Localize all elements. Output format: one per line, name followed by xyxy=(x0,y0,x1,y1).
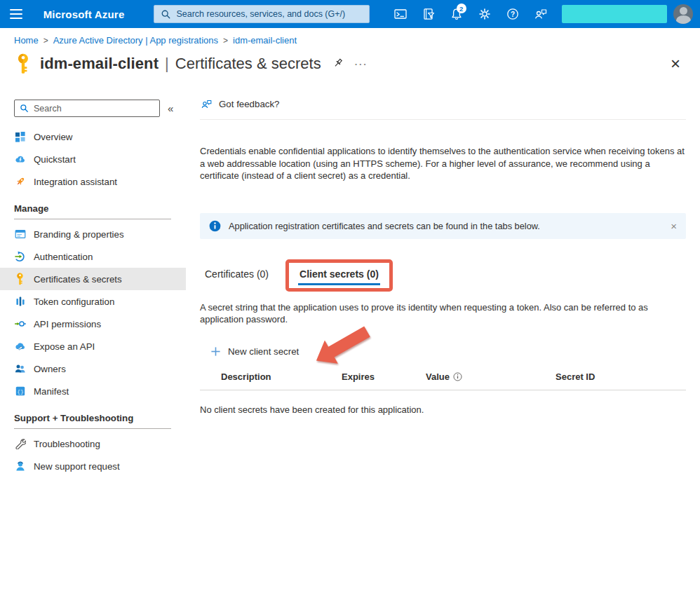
top-bar-actions: 2 ? xyxy=(386,0,555,28)
breadcrumb-current-app[interactable]: idm-email-client xyxy=(233,35,297,46)
sidebar-collapse-button[interactable]: « xyxy=(168,102,173,114)
feedback-icon xyxy=(534,7,548,21)
cloud-shell-button[interactable] xyxy=(386,0,415,28)
brand-title[interactable]: Microsoft Azure xyxy=(43,8,125,20)
sidebar-item-token-configuration[interactable]: Token configuration xyxy=(0,290,186,313)
got-feedback-link[interactable]: Got feedback? xyxy=(219,99,280,109)
column-header-description[interactable]: Description xyxy=(221,371,342,382)
sidebar-item-manifest[interactable]: {} Manifest xyxy=(0,380,186,402)
tabs: Certificates (0) Client secrets (0) xyxy=(200,259,686,292)
client-secret-description: A secret string that the application use… xyxy=(200,301,686,326)
breadcrumb-separator: > xyxy=(43,36,48,46)
tab-client-secrets[interactable]: Client secrets (0) xyxy=(298,268,380,288)
sidebar-item-api-permissions[interactable]: API permissions xyxy=(0,313,186,335)
content-area: « Overview xyxy=(0,84,700,614)
sidebar-item-label: Integration assistant xyxy=(34,177,117,187)
hamburger-menu-button[interactable] xyxy=(0,0,32,28)
sidebar-item-label: Manifest xyxy=(34,386,69,397)
sidebar-item-label: Authentication xyxy=(34,252,93,262)
pin-button[interactable] xyxy=(332,58,344,69)
global-search-input[interactable] xyxy=(176,9,362,19)
column-header-value[interactable]: Value xyxy=(426,371,450,382)
notification-count-badge: 2 xyxy=(457,4,466,13)
wrench-icon xyxy=(14,438,26,449)
new-client-secret-label[interactable]: New client secret xyxy=(228,346,299,357)
svg-text:{}: {} xyxy=(17,388,24,395)
rocket-icon xyxy=(14,176,26,187)
avatar-person-icon xyxy=(680,7,687,15)
banner-close-icon[interactable]: × xyxy=(671,220,677,231)
sidebar-item-label: Token configuration xyxy=(34,296,114,307)
manifest-icon: {} xyxy=(14,386,26,397)
search-icon xyxy=(161,9,171,20)
sidebar-search[interactable] xyxy=(14,100,160,117)
sidebar-item-label: New support request xyxy=(34,461,120,472)
global-search[interactable] xyxy=(154,5,369,23)
close-page-button[interactable]: × xyxy=(671,55,680,72)
sidebar-item-owners[interactable]: Owners xyxy=(0,357,186,380)
gear-icon xyxy=(478,7,492,21)
sidebar-item-label: API permissions xyxy=(34,319,101,329)
column-header-secret-id[interactable]: Secret ID xyxy=(556,371,686,382)
sidebar-search-input[interactable] xyxy=(34,104,154,114)
owners-people-icon xyxy=(14,363,26,374)
sidebar-item-integration-assistant[interactable]: Integration assistant xyxy=(0,170,186,193)
feedback-button[interactable] xyxy=(527,0,555,28)
sidebar-item-label: Quickstart xyxy=(34,154,76,165)
token-bars-icon xyxy=(14,296,26,307)
help-button[interactable]: ? xyxy=(499,0,527,28)
breadcrumb-separator: > xyxy=(223,36,228,46)
hamburger-icon xyxy=(10,9,22,19)
info-icon xyxy=(209,220,221,232)
sidebar-item-troubleshooting[interactable]: Troubleshooting xyxy=(0,432,186,455)
sidebar-item-authentication[interactable]: Authentication xyxy=(0,245,186,268)
azure-portal: Microsoft Azure xyxy=(0,0,700,614)
sidebar-item-label: Expose an API xyxy=(34,341,95,352)
new-client-secret-command[interactable]: New client secret xyxy=(200,344,686,360)
credentials-intro-text: Credentials enable confidential applicat… xyxy=(200,145,686,182)
page-title-separator: | xyxy=(165,55,169,73)
page-title-bar: idm-email-client | Certificates & secret… xyxy=(0,47,700,84)
key-icon xyxy=(15,53,31,74)
main-panel: Got feedback? Credentials enable confide… xyxy=(186,84,700,614)
settings-button[interactable] xyxy=(471,0,499,28)
sidebar-item-quickstart[interactable]: Quickstart xyxy=(0,148,186,170)
notifications-button[interactable]: 2 xyxy=(443,0,471,28)
empty-table-message: No client secrets have been created for … xyxy=(200,404,686,415)
breadcrumb-home[interactable]: Home xyxy=(14,35,39,46)
column-header-expires[interactable]: Expires xyxy=(342,371,426,382)
help-icon: ? xyxy=(506,7,520,21)
support-person-icon xyxy=(14,460,26,472)
sidebar-item-expose-an-api[interactable]: Expose an API xyxy=(0,335,186,357)
sidebar-item-label: Overview xyxy=(34,132,72,142)
browser-window-icon xyxy=(14,228,26,240)
sidebar-item-overview[interactable]: Overview xyxy=(0,125,186,148)
tab-certificates[interactable]: Certificates (0) xyxy=(200,259,270,292)
api-permissions-icon xyxy=(14,318,26,329)
sidebar: « Overview xyxy=(0,84,186,614)
breadcrumb: Home > Azure Active Directory | App regi… xyxy=(0,28,700,47)
info-banner-text: Application registration certificates an… xyxy=(229,221,540,231)
red-annotation-box: Client secrets (0) xyxy=(285,259,393,292)
sidebar-section-manage: Manage xyxy=(0,193,186,219)
sidebar-item-new-support-request[interactable]: New support request xyxy=(0,455,186,477)
sidebar-section-support: Support + Troubleshooting xyxy=(0,402,186,428)
sidebar-item-certificates-secrets[interactable]: Certificates & secrets xyxy=(0,268,186,290)
plus-icon xyxy=(210,346,221,357)
more-actions-button[interactable]: ··· xyxy=(355,59,368,69)
top-bar: Microsoft Azure xyxy=(0,0,700,28)
account-name-redaction xyxy=(562,5,667,23)
page-title-app-name: idm-email-client xyxy=(40,55,159,73)
search-icon xyxy=(20,104,29,113)
sidebar-item-branding-properties[interactable]: Branding & properties xyxy=(0,223,186,245)
value-info-icon[interactable] xyxy=(453,372,462,381)
key-icon xyxy=(14,273,26,285)
expose-api-cloud-icon xyxy=(14,341,26,352)
sidebar-item-label: Troubleshooting xyxy=(34,439,100,449)
pin-icon xyxy=(332,58,344,69)
breadcrumb-app-registrations[interactable]: Azure Active Directory | App registratio… xyxy=(53,35,218,46)
sidebar-item-label: Owners xyxy=(34,364,66,374)
got-feedback-icon xyxy=(201,98,213,110)
directory-filter-button[interactable] xyxy=(415,0,443,28)
avatar[interactable] xyxy=(673,4,693,24)
